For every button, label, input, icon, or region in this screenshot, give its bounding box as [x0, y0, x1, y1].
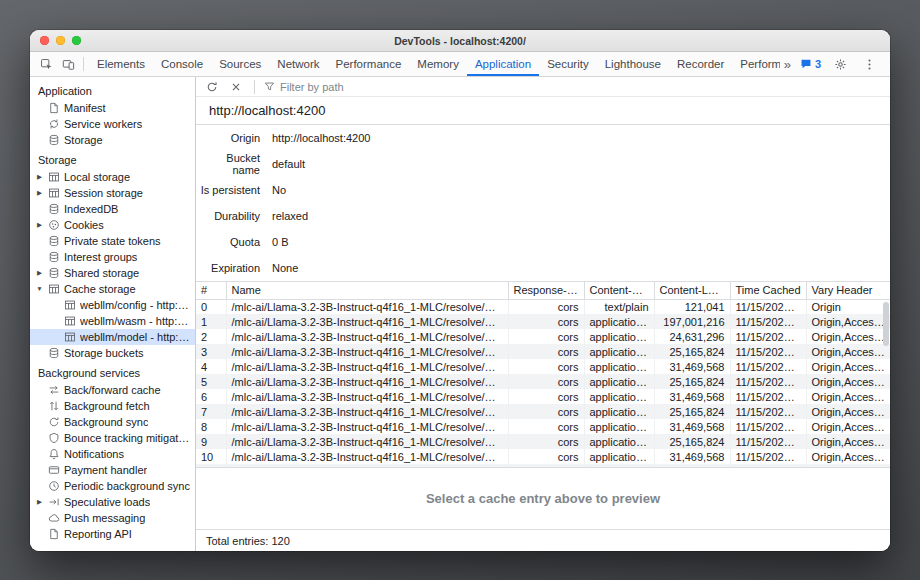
sidebar-item-background-sync[interactable]: Background sync	[30, 414, 195, 430]
sidebar-item-shared-storage[interactable]: ▶Shared storage	[30, 265, 195, 281]
cache-toolbar: Filter by path	[196, 77, 890, 97]
sidebar-item-webllm-model-http-loc[interactable]: webllm/model - http://loc...	[30, 329, 195, 345]
sidebar-item-bounce-tracking-mitigations[interactable]: Bounce tracking mitigations	[30, 430, 195, 446]
tab-lighthouse[interactable]: Lighthouse	[597, 52, 669, 76]
sidebar-item-local-storage[interactable]: ▶Local storage	[30, 169, 195, 185]
sidebar-item-webllm-wasm-http-loca[interactable]: webllm/wasm - http://loca...	[30, 313, 195, 329]
table-row-10[interactable]: 10/mlc-ai/Llama-3.2-3B-Instruct-q4f16_1-…	[196, 449, 890, 464]
sidebar-item-service-workers[interactable]: Service workers	[30, 116, 195, 132]
tab-performance-insights[interactable]: Performance insights	[732, 52, 779, 76]
settings-gear-icon[interactable]	[830, 54, 850, 74]
table-row-2[interactable]: 2/mlc-ai/Llama-3.2-3B-Instruct-q4f16_1-M…	[196, 329, 890, 344]
column-header-index[interactable]: #	[196, 282, 226, 299]
cell-vary-header: Origin,Access...	[806, 464, 890, 467]
tab-console[interactable]: Console	[153, 52, 211, 76]
sidebar-item-indexeddb[interactable]: IndexedDB	[30, 201, 195, 217]
column-header-content-length[interactable]: Content-Length	[654, 282, 730, 299]
table-row-5[interactable]: 5/mlc-ai/Llama-3.2-3B-Instruct-q4f16_1-M…	[196, 374, 890, 389]
card-icon	[48, 464, 60, 476]
more-tabs-button[interactable]: »	[784, 57, 791, 72]
column-header-time-cached[interactable]: Time Cached	[730, 282, 806, 299]
detail-value: default	[272, 158, 305, 170]
table-scrollbar-thumb[interactable]	[883, 302, 889, 346]
expand-arrow-icon[interactable]: ▶	[35, 169, 44, 185]
sidebar-item-background-fetch[interactable]: Background fetch	[30, 398, 195, 414]
column-header-name[interactable]: Name	[226, 282, 508, 299]
detail-row-origin: Originhttp://localhost:4200	[196, 125, 890, 151]
cell-index: 3	[196, 344, 226, 359]
inspect-element-icon[interactable]	[36, 54, 56, 74]
refresh-button[interactable]	[203, 78, 221, 96]
table-row-7[interactable]: 7/mlc-ai/Llama-3.2-3B-Instruct-q4f16_1-M…	[196, 404, 890, 419]
sidebar-item-reporting-api[interactable]: Reporting API	[30, 526, 195, 542]
table-row-1[interactable]: 1/mlc-ai/Llama-3.2-3B-Instruct-q4f16_1-M…	[196, 314, 890, 329]
traffic-lights	[40, 30, 81, 51]
tab-memory[interactable]: Memory	[409, 52, 467, 76]
kebab-menu-icon[interactable]	[859, 54, 879, 74]
column-header-response-type[interactable]: Response-Type	[508, 282, 584, 299]
sidebar-item-manifest[interactable]: Manifest	[30, 100, 195, 116]
table-row-11[interactable]: 11/mlc-ai/Llama-3.2-3B-Instruct-q4f16_1-…	[196, 464, 890, 467]
table-row-9[interactable]: 9/mlc-ai/Llama-3.2-3B-Instruct-q4f16_1-M…	[196, 434, 890, 449]
zoom-window-button[interactable]	[72, 36, 81, 45]
column-header-vary-header[interactable]: Vary Header	[806, 282, 890, 299]
detail-value: None	[272, 262, 298, 274]
table-row-3[interactable]: 3/mlc-ai/Llama-3.2-3B-Instruct-q4f16_1-M…	[196, 344, 890, 359]
table-row-4[interactable]: 4/mlc-ai/Llama-3.2-3B-Instruct-q4f16_1-M…	[196, 359, 890, 374]
sidebar-item-periodic-background-sync[interactable]: Periodic background sync	[30, 478, 195, 494]
cell-response-type: cors	[508, 314, 584, 329]
sidebar-item-back-forward-cache[interactable]: Back/forward cache	[30, 382, 195, 398]
sidebar-item-private-state-tokens[interactable]: Private state tokens	[30, 233, 195, 249]
tab-performance[interactable]: Performance	[328, 52, 410, 76]
cell-index: 6	[196, 389, 226, 404]
sidebar-item-push-messaging[interactable]: Push messaging	[30, 510, 195, 526]
tab-elements[interactable]: Elements	[89, 52, 153, 76]
sidebar-item-speculative-loads[interactable]: ▶Speculative loads	[30, 494, 195, 510]
minimize-window-button[interactable]	[56, 36, 65, 45]
cell-content-type: application/oc...	[584, 419, 654, 434]
sidebar-section-background-services: Background services	[30, 361, 195, 382]
filter-input[interactable]: Filter by path	[264, 81, 344, 93]
tab-recorder[interactable]: Recorder	[669, 52, 732, 76]
sidebar-item-cookies[interactable]: ▶Cookies	[30, 217, 195, 233]
devtools-window: DevTools - localhost:4200/ ElementsConso…	[30, 30, 890, 551]
expand-arrow-icon[interactable]: ▶	[35, 265, 44, 281]
device-toolbar-icon[interactable]	[58, 54, 78, 74]
cell-content-type: application/oc...	[584, 359, 654, 374]
table-row-8[interactable]: 8/mlc-ai/Llama-3.2-3B-Instruct-q4f16_1-M…	[196, 419, 890, 434]
sidebar-item-label: Payment handler	[64, 464, 147, 476]
sidebar-item-label: Back/forward cache	[64, 384, 161, 396]
cache-entries-table: #NameResponse-TypeContent-TypeContent-Le…	[196, 281, 890, 467]
cell-content-length: 31,469,568	[654, 359, 730, 374]
sidebar-item-webllm-config-http-loc[interactable]: webllm/config - http://loc...	[30, 297, 195, 313]
sidebar-item-storage-buckets[interactable]: Storage buckets	[30, 345, 195, 361]
table-row-6[interactable]: 6/mlc-ai/Llama-3.2-3B-Instruct-q4f16_1-M…	[196, 389, 890, 404]
expand-arrow-icon[interactable]: ▶	[35, 185, 44, 201]
cell-content-length: 25,165,824	[654, 344, 730, 359]
close-window-button[interactable]	[40, 36, 49, 45]
cell-index: 10	[196, 449, 226, 464]
sidebar-item-label: Periodic background sync	[64, 480, 190, 492]
delete-selected-button[interactable]	[227, 78, 245, 96]
tab-network[interactable]: Network	[269, 52, 327, 76]
tab-application[interactable]: Application	[467, 52, 539, 76]
table-row-0[interactable]: 0/mlc-ai/Llama-3.2-3B-Instruct-q4f16_1-M…	[196, 299, 890, 314]
tab-sources[interactable]: Sources	[211, 52, 269, 76]
cell-content-type: application/oc...	[584, 389, 654, 404]
sidebar-item-storage[interactable]: Storage	[30, 132, 195, 148]
column-header-content-type[interactable]: Content-Type	[584, 282, 654, 299]
sidebar-item-payment-handler[interactable]: Payment handler	[30, 462, 195, 478]
tab-label: Application	[475, 58, 531, 70]
expand-arrow-icon[interactable]: ▶	[35, 494, 44, 510]
tab-security[interactable]: Security	[539, 52, 597, 76]
expand-arrow-icon[interactable]: ▶	[35, 217, 44, 233]
sidebar-item-interest-groups[interactable]: Interest groups	[30, 249, 195, 265]
sidebar-item-session-storage[interactable]: ▶Session storage	[30, 185, 195, 201]
sidebar-item-cache-storage[interactable]: ▼Cache storage	[30, 281, 195, 297]
sidebar-item-notifications[interactable]: Notifications	[30, 446, 195, 462]
toolbar-divider	[83, 57, 84, 71]
tab-label: Network	[277, 58, 319, 70]
issues-button[interactable]: 3	[800, 58, 821, 70]
collapse-arrow-icon[interactable]: ▼	[35, 281, 44, 297]
cell-index: 0	[196, 299, 226, 314]
